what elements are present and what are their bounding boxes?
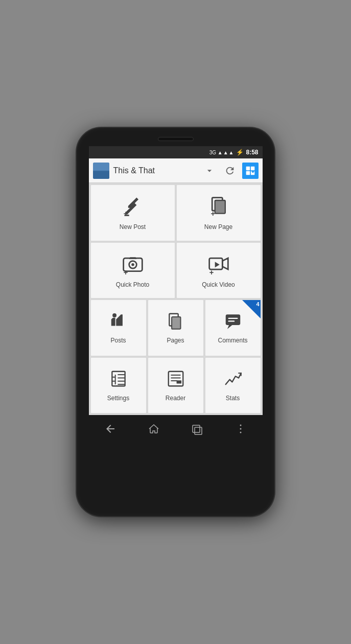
recents-button[interactable] <box>184 419 210 439</box>
settings-label: Settings <box>107 395 129 402</box>
dropdown-button[interactable] <box>201 163 218 179</box>
svg-rect-5 <box>246 171 250 175</box>
new-page-label: New Page <box>204 223 232 231</box>
stats-icon <box>223 369 243 392</box>
site-title: This & That <box>113 166 197 175</box>
reader-cell[interactable]: Reader <box>148 358 203 413</box>
action-bar: This & That <box>89 158 263 183</box>
comments-label: Comments <box>218 337 247 344</box>
new-post-cell[interactable]: + New Post <box>91 185 175 241</box>
settings-cell[interactable]: Settings <box>91 358 146 413</box>
nav-bar <box>89 415 263 443</box>
new-page-cell[interactable]: + New Page <box>177 185 261 241</box>
pages-cell[interactable]: Pages <box>148 300 203 356</box>
svg-marker-20 <box>215 262 219 267</box>
pages-icon <box>166 311 185 334</box>
status-time: 8:58 <box>246 149 258 156</box>
quick-photo-label: Quick Photo <box>116 281 149 288</box>
main-grid: + New Post + New Page <box>89 183 263 415</box>
svg-text:+: + <box>123 268 128 275</box>
stats-cell[interactable]: Stats <box>205 358 261 413</box>
svg-rect-37 <box>168 372 183 386</box>
svg-text:+: + <box>210 210 215 217</box>
grid-row-4: Settings Reader <box>91 358 261 413</box>
stats-label: Stats <box>226 395 240 402</box>
svg-point-45 <box>240 428 242 430</box>
phone-screen: 3G ▲▲▲ ⚡ 8:58 This & That <box>89 146 263 443</box>
grid-row-3: Posts Pages 4 <box>91 300 261 356</box>
new-page-icon: + <box>207 195 230 220</box>
phone-bottom <box>77 443 274 450</box>
quick-photo-cell[interactable]: + Quick Photo <box>91 243 175 298</box>
svg-point-22 <box>112 313 116 317</box>
svg-rect-4 <box>250 166 254 170</box>
quick-video-label: Quick Video <box>202 281 235 288</box>
home-button[interactable] <box>141 419 167 439</box>
comments-badge: 4 <box>256 301 259 307</box>
svg-rect-25 <box>225 315 240 326</box>
site-icon <box>93 163 109 179</box>
svg-text:+: + <box>123 210 128 217</box>
svg-point-46 <box>240 432 242 433</box>
svg-rect-41 <box>176 380 181 383</box>
settings-icon <box>109 369 128 392</box>
svg-text:+: + <box>209 268 214 275</box>
svg-rect-24 <box>172 317 180 329</box>
quick-video-icon: + <box>207 252 230 278</box>
svg-marker-26 <box>227 325 232 329</box>
signal-icon: ▲▲▲ <box>218 150 235 155</box>
refresh-button[interactable] <box>222 163 238 179</box>
phone-device: 3G ▲▲▲ ⚡ 8:58 This & That <box>77 128 274 516</box>
quick-photo-icon: + <box>122 252 144 278</box>
phone-speaker <box>158 137 194 141</box>
signal-indicator: 3G ▲▲▲ <box>209 150 235 155</box>
posts-cell[interactable]: Posts <box>91 300 146 356</box>
quick-video-cell[interactable]: + Quick Video <box>177 243 261 298</box>
svg-rect-3 <box>246 166 250 170</box>
posts-label: Posts <box>110 337 126 344</box>
svg-marker-19 <box>222 258 228 269</box>
svg-rect-29 <box>112 372 125 386</box>
svg-rect-12 <box>215 200 225 214</box>
svg-point-44 <box>240 425 242 426</box>
reader-icon <box>166 369 185 392</box>
svg-rect-42 <box>193 425 200 432</box>
reader-label: Reader <box>166 395 185 402</box>
svg-rect-1 <box>93 171 109 179</box>
svg-rect-27 <box>228 318 238 319</box>
new-post-label: New Post <box>120 223 146 231</box>
overflow-button[interactable] <box>228 419 253 439</box>
back-button[interactable] <box>98 419 123 439</box>
new-post-icon: + <box>122 195 144 220</box>
posts-icon <box>109 311 128 334</box>
grid-row-1: + New Post + New Page <box>91 185 261 241</box>
add-blog-button[interactable] <box>242 163 259 179</box>
svg-rect-43 <box>195 427 202 434</box>
svg-point-16 <box>131 263 134 266</box>
battery-icon: ⚡ <box>236 149 244 156</box>
svg-rect-28 <box>228 320 235 321</box>
status-bar: 3G ▲▲▲ ⚡ 8:58 <box>89 146 263 158</box>
comments-cell[interactable]: 4 Comments <box>205 300 261 356</box>
pages-label: Pages <box>167 337 184 344</box>
grid-row-2: + Quick Photo + Quick Video <box>91 243 261 298</box>
comments-icon <box>223 311 243 334</box>
